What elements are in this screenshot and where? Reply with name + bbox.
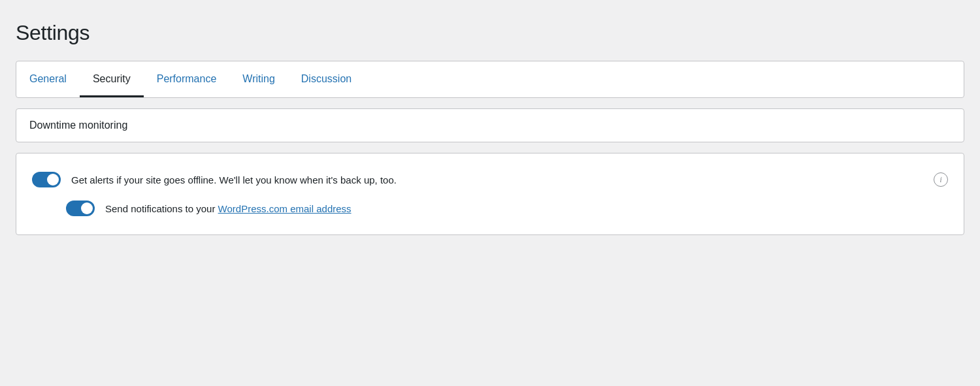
tabs-container: General Security Performance Writing Dis… — [16, 61, 964, 98]
sub-toggle-label: Send notifications to your WordPress.com… — [105, 203, 948, 214]
sub-toggle[interactable] — [66, 201, 95, 216]
page-title: Settings — [16, 21, 964, 45]
tab-writing[interactable]: Writing — [229, 61, 288, 97]
main-toggle-label: Get alerts if your site goes offline. We… — [71, 174, 923, 185]
sub-toggle-track — [66, 201, 95, 216]
main-toggle[interactable] — [32, 172, 61, 187]
section-header-card: Downtime monitoring — [16, 108, 964, 142]
wordpress-email-link[interactable]: WordPress.com email address — [218, 203, 351, 214]
tab-security[interactable]: Security — [80, 61, 144, 97]
main-toggle-row: Get alerts if your site goes offline. We… — [32, 172, 948, 187]
tabs-list: General Security Performance Writing Dis… — [29, 61, 951, 97]
tab-discussion[interactable]: Discussion — [288, 61, 365, 97]
content-card: Get alerts if your site goes offline. We… — [16, 153, 964, 235]
tab-general[interactable]: General — [29, 61, 80, 97]
info-icon[interactable]: i — [934, 172, 948, 187]
sub-toggle-row: Send notifications to your WordPress.com… — [32, 201, 948, 216]
tab-performance[interactable]: Performance — [144, 61, 230, 97]
section-header: Downtime monitoring — [29, 120, 127, 131]
toggle-track — [32, 172, 61, 187]
toggle-thumb — [47, 174, 59, 185]
sub-toggle-thumb — [81, 202, 93, 214]
sub-toggle-label-before: Send notifications to your — [105, 203, 218, 214]
